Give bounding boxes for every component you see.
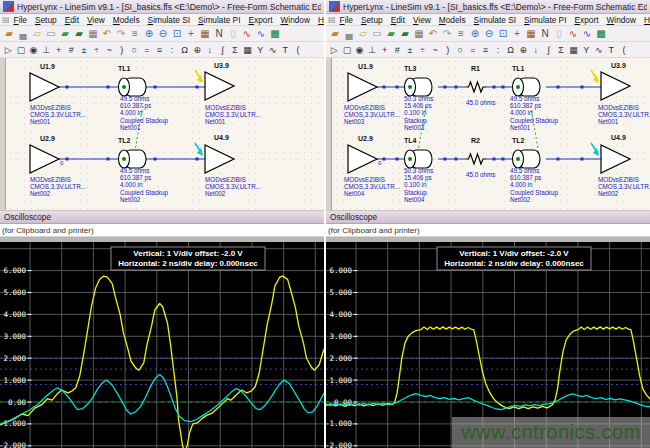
menu-window[interactable]: Window — [606, 15, 636, 25]
palette-icon-1[interactable]: ▷ — [2, 43, 15, 56]
menu-file[interactable]: File — [14, 15, 27, 25]
menu-edit[interactable]: Edit — [391, 15, 405, 25]
menu-setup[interactable]: Setup — [361, 15, 383, 25]
palette-icon-13[interactable]: ≡ — [479, 43, 492, 56]
save-icon[interactable]: ▰ — [384, 27, 398, 40]
board-view-icon[interactable]: ▦ — [198, 27, 212, 40]
palette-icon-17[interactable]: ↓ — [530, 43, 543, 56]
palette-icon-2[interactable]: ▢ — [341, 43, 354, 56]
schematic-canvas[interactable]: 0U1.9MODvsEZIBISCMOS,3.3V,ULTR...Net003T… — [326, 58, 650, 211]
palette-icon-22[interactable]: ∿ — [592, 43, 605, 56]
palette-icon-4[interactable]: ⊥ — [40, 43, 53, 56]
palette-icon-14[interactable]: : — [492, 43, 505, 56]
schematic-canvas[interactable]: 0U1.9MODvsEZIBISCMOS,3.3V,ULTR...Net001T… — [0, 58, 324, 211]
board-view-icon[interactable]: ▦ — [524, 27, 538, 40]
palette-icon-23[interactable]: T — [279, 43, 292, 56]
oscilloscope-caption-bar[interactable]: Oscilloscope — [0, 211, 324, 224]
palette-icon-16[interactable]: ⊕ — [191, 43, 204, 56]
palette-icon-7[interactable]: ± — [78, 43, 91, 56]
ic-buffer-U3.9[interactable] — [205, 72, 234, 100]
palette-icon-10[interactable]: ) — [115, 43, 128, 56]
net-names-icon[interactable]: N — [212, 27, 226, 40]
palette-icon-22[interactable]: ∿ — [266, 43, 279, 56]
redo-icon[interactable]: ↷ — [114, 27, 128, 40]
palette-icon-5[interactable]: + — [378, 43, 391, 56]
mdi-child-icon[interactable]: ▤ — [328, 15, 336, 24]
palette-icon-3[interactable]: ◉ — [27, 43, 40, 56]
palette-icon-11[interactable]: ○ — [128, 43, 141, 56]
pan-icon[interactable]: + — [184, 27, 198, 40]
resistor-R2[interactable] — [466, 154, 486, 164]
oscilloscope-icon[interactable]: ∿ — [254, 27, 268, 40]
menu-export[interactable]: Export — [248, 15, 272, 25]
open-file-icon[interactable]: ▱ — [30, 27, 44, 40]
board-sim-icon[interactable]: ▩ — [268, 27, 282, 40]
palette-icon-11[interactable]: ○ — [454, 43, 467, 56]
new-sheet-icon[interactable]: ▯ — [226, 27, 240, 40]
eye-diagram-icon[interactable]: ∿ — [240, 27, 254, 40]
palette-icon-2[interactable]: ▢ — [15, 43, 28, 56]
save-icon[interactable]: ▰ — [58, 27, 72, 40]
print-preview-icon[interactable]: ▭ — [44, 27, 58, 40]
palette-icon-6[interactable]: # — [391, 43, 404, 56]
menu-simulate-pi[interactable]: Simulate PI — [524, 15, 566, 25]
menu-view[interactable]: View — [413, 15, 431, 25]
open-design-icon[interactable]: ▰ — [328, 27, 342, 40]
palette-icon-9[interactable]: ~ — [103, 43, 116, 56]
palette-icon-8[interactable]: ÷ — [416, 43, 429, 56]
oscilloscope-icon[interactable]: ∿ — [580, 27, 594, 40]
net-names-icon[interactable]: N — [538, 27, 552, 40]
menu-view[interactable]: View — [87, 15, 105, 25]
window-titlebar[interactable]: HyperLynx - LineSim v9.1 - [SI_basics.ff… — [326, 0, 650, 14]
zoom-window-icon[interactable]: ⊡ — [170, 27, 184, 40]
save-all-icon[interactable]: ▰ — [72, 27, 86, 40]
palette-icon-12[interactable]: = — [467, 43, 480, 56]
stackup-editor-icon[interactable]: ≡ — [128, 27, 142, 40]
palette-icon-9[interactable]: ~ — [429, 43, 442, 56]
palette-icon-13[interactable]: ≡ — [153, 43, 166, 56]
palette-icon-23[interactable]: T — [605, 43, 618, 56]
zoom-in-icon[interactable]: ⊕ — [468, 27, 482, 40]
undo-icon[interactable]: ↶ — [426, 27, 440, 40]
zoom-out-icon[interactable]: ⊖ — [482, 27, 496, 40]
palette-icon-7[interactable]: ± — [404, 43, 417, 56]
undo-icon[interactable]: ↶ — [100, 27, 114, 40]
window-titlebar[interactable]: HyperLynx - LineSim v9.1 - [SI_basics.ff… — [0, 0, 324, 14]
ic-buffer-U1.9[interactable] — [30, 73, 59, 101]
palette-icon-1[interactable]: ▷ — [328, 43, 341, 56]
board-sim-icon[interactable]: ▩ — [594, 27, 608, 40]
print-icon[interactable]: ▄ — [342, 27, 356, 40]
redo-icon[interactable]: ↷ — [440, 27, 454, 40]
palette-icon-5[interactable]: + — [52, 43, 65, 56]
palette-icon-10[interactable]: ) — [441, 43, 454, 56]
ic-buffer-U2.9[interactable] — [30, 145, 59, 173]
stackup-editor-icon[interactable]: ≡ — [454, 27, 468, 40]
palette-icon-21[interactable]: Y — [254, 43, 267, 56]
menu-export[interactable]: Export — [574, 15, 598, 25]
palette-icon-17[interactable]: ↓ — [204, 43, 217, 56]
pan-icon[interactable]: + — [510, 27, 524, 40]
palette-icon-6[interactable]: # — [65, 43, 78, 56]
print-icon[interactable]: ▄ — [16, 27, 30, 40]
save-all-icon[interactable]: ▰ — [398, 27, 412, 40]
menu-file[interactable]: File — [340, 15, 353, 25]
palette-icon-24[interactable]: ( — [292, 43, 305, 56]
menu-setup[interactable]: Setup — [35, 15, 57, 25]
print-preview-icon[interactable]: ▭ — [370, 27, 384, 40]
palette-icon-15[interactable]: Ω — [178, 43, 191, 56]
ic-buffer-U4.9[interactable] — [601, 145, 630, 173]
open-file-icon[interactable]: ▱ — [356, 27, 370, 40]
palette-icon-20[interactable]: ▦ — [567, 43, 580, 56]
palette-icon-20[interactable]: ▦ — [241, 43, 254, 56]
menu-window[interactable]: Window — [280, 15, 310, 25]
palette-icon-3[interactable]: ◉ — [353, 43, 366, 56]
palette-icon-16[interactable]: ⊕ — [517, 43, 530, 56]
eye-diagram-icon[interactable]: ∿ — [566, 27, 580, 40]
printer-icon[interactable]: ▦ — [86, 27, 100, 40]
menu-simulate-si[interactable]: Simulate SI — [148, 15, 190, 25]
menu-edit[interactable]: Edit — [65, 15, 79, 25]
menu-models[interactable]: Models — [439, 15, 466, 25]
palette-icon-12[interactable]: = — [141, 43, 154, 56]
menu-help[interactable]: Help — [644, 15, 650, 25]
printer-icon[interactable]: ▦ — [412, 27, 426, 40]
